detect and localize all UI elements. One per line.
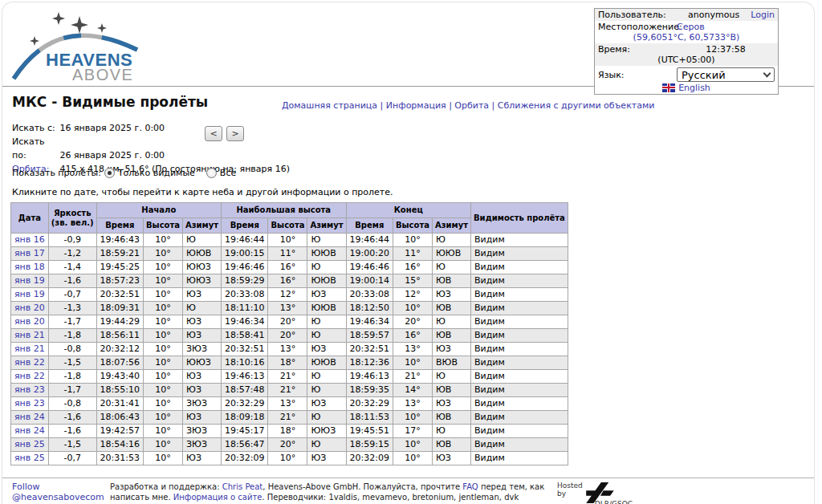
pass-row: янв 16-0,919:46:4310°Ю19:46:4410°Ю19:46:…: [11, 234, 568, 247]
pass-cell: 20:33:08: [346, 288, 393, 302]
pass-cell: 13°: [268, 343, 307, 356]
pass-cell: 21°: [393, 370, 432, 384]
search-to-row: Искать по: 26 января 2025 г. 0:00: [12, 135, 290, 162]
pass-date-link[interactable]: янв 17: [14, 248, 45, 258]
pass-cell: Ю: [307, 315, 346, 329]
radio-only-visible-label[interactable]: Только видимые: [118, 168, 195, 178]
pass-cell: 18:56:47: [222, 438, 268, 452]
hosted-word2: by: [557, 490, 583, 498]
pass-cell: ЗЮЗ: [183, 438, 222, 452]
pass-row: янв 25-0,720:31:5310°ЮЗ20:32:0910°ЮЗ20:3…: [11, 452, 568, 465]
pass-cell: 18:59:35: [346, 384, 393, 397]
pass-date-link[interactable]: янв 21: [14, 330, 45, 340]
next-date-button[interactable]: >: [226, 126, 244, 141]
radio-all[interactable]: [206, 168, 217, 178]
pass-cell: 19:46:46: [222, 261, 268, 274]
pass-cell: -1,2: [48, 247, 96, 261]
col-header-brightness: Яркость (зв. вел.): [48, 203, 96, 234]
nav-link[interactable]: Сближения с другими объектами: [498, 100, 655, 111]
pass-date-link[interactable]: янв 20: [14, 316, 45, 327]
user-value: anonymous: [677, 10, 751, 20]
pass-date-cell: янв 24: [11, 425, 49, 438]
pass-date-link[interactable]: янв 23: [14, 398, 45, 408]
col-header-altitude: Высота: [393, 218, 432, 234]
location-link[interactable]: Серов: [677, 22, 705, 32]
pass-cell: 18:58:41: [222, 329, 268, 343]
pass-date-link[interactable]: янв 18: [14, 262, 45, 272]
pass-date-link[interactable]: янв 21: [14, 343, 45, 354]
pass-cell: 19:45:51: [346, 425, 393, 438]
footer-credit-link[interactable]: Информация о сайте: [173, 493, 262, 502]
pass-cell: Видим: [471, 274, 568, 288]
pass-cell: 16°: [268, 261, 307, 274]
footer-credit-link[interactable]: Chris Peat: [222, 482, 262, 491]
nav-link[interactable]: Домашняя страница: [282, 100, 377, 111]
pass-cell: Ю: [432, 315, 470, 329]
pass-cell: 20:32:09: [346, 452, 393, 465]
radio-only-visible[interactable]: [104, 168, 115, 178]
pass-cell: 20:32:12: [96, 343, 143, 356]
pass-cell: Ю: [307, 438, 346, 452]
pass-row: янв 23-0,820:31:4110°ЗЮЗ20:32:2913°ЮЗ20:…: [11, 397, 568, 411]
pass-date-link[interactable]: янв 22: [14, 357, 45, 368]
pass-cell: ЮЮВ: [307, 274, 346, 288]
english-link[interactable]: English: [678, 83, 710, 93]
pass-date-link[interactable]: янв 20: [14, 303, 45, 313]
follow-link[interactable]: Follow: [12, 482, 40, 492]
pass-date-link[interactable]: янв 22: [14, 371, 45, 381]
nav-link[interactable]: Орбита: [454, 100, 489, 111]
pass-cell: -1,6: [48, 411, 96, 425]
pass-date-link[interactable]: янв 16: [14, 234, 45, 245]
pass-cell: ВЮВ: [432, 356, 470, 370]
col-group-max: Наибольшая высота: [222, 203, 346, 218]
pass-cell: 10°: [393, 411, 432, 425]
pass-date-link[interactable]: янв 19: [14, 275, 45, 286]
pass-date-cell: янв 21: [11, 329, 49, 343]
pass-row: янв 24-1,618:06:4310°ЮЗ18:09:1821°Ю18:11…: [11, 411, 568, 425]
pass-date-link[interactable]: янв 24: [14, 412, 45, 422]
footer-credit-link[interactable]: FAQ: [462, 482, 478, 491]
pass-date-cell: янв 16: [11, 234, 49, 247]
pass-cell: 19:45:25: [96, 261, 143, 274]
language-label: Язык:: [598, 70, 677, 80]
pass-cell: ЮЮВ: [432, 247, 470, 261]
brightness-line2: (зв. вел.): [51, 218, 94, 228]
language-select[interactable]: Русский: [677, 67, 775, 82]
heavens-above-logo[interactable]: HEAVENS ABOVE: [9, 4, 144, 84]
nav-link[interactable]: Информация: [386, 100, 446, 111]
pass-cell: 19:43:40: [96, 370, 143, 384]
radio-all-label[interactable]: Все: [220, 168, 236, 178]
pass-date-link[interactable]: янв 19: [14, 289, 45, 299]
follow-handle-link[interactable]: @heavensabovecom: [12, 492, 104, 502]
pass-cell: 13°: [393, 343, 432, 356]
pass-date-cell: янв 23: [11, 384, 49, 397]
pass-cell: Видим: [471, 425, 568, 438]
pass-cell: 16°: [393, 261, 432, 274]
pass-cell: Видим: [471, 343, 568, 356]
pass-cell: ЮЮВ: [307, 302, 346, 315]
user-row: Пользователь: anonymous Login: [595, 9, 778, 21]
pass-cell: 11°: [268, 247, 307, 261]
pass-date-link[interactable]: янв 24: [14, 425, 45, 436]
pass-cell: 18:56:11: [96, 329, 143, 343]
pass-cell: Видим: [471, 384, 568, 397]
pass-date-link[interactable]: янв 25: [14, 439, 45, 449]
login-link[interactable]: Login: [751, 10, 775, 20]
prev-date-button[interactable]: <: [205, 126, 222, 141]
pass-cell: 10°: [144, 274, 183, 288]
pass-cell: 20:32:51: [96, 288, 143, 302]
pass-row: янв 22-1,819:43:4010°ЮЗ19:46:1321°Ю19:46…: [11, 370, 568, 384]
pass-cell: Видим: [471, 356, 568, 370]
pass-cell: ЮЮВ: [307, 247, 346, 261]
pass-cell: -1,3: [48, 302, 96, 315]
pass-cell: Видим: [471, 247, 568, 261]
pass-row: янв 19-1,618:57:2310°ЮЮЗ18:59:2916°ЮЮВ19…: [11, 274, 568, 288]
pass-cell: ЗЮЗ: [183, 343, 222, 356]
col-group-end: Конец: [346, 203, 470, 218]
pass-cell: -1,7: [48, 384, 96, 397]
nav-separator: |: [489, 100, 498, 111]
col-header-altitude: Высота: [268, 218, 307, 234]
pass-date-link[interactable]: янв 23: [14, 384, 45, 395]
footer-credit-text: . Переводчики: 1valdis, mevamevo, breton…: [262, 493, 519, 502]
pass-date-link[interactable]: янв 25: [14, 453, 45, 463]
